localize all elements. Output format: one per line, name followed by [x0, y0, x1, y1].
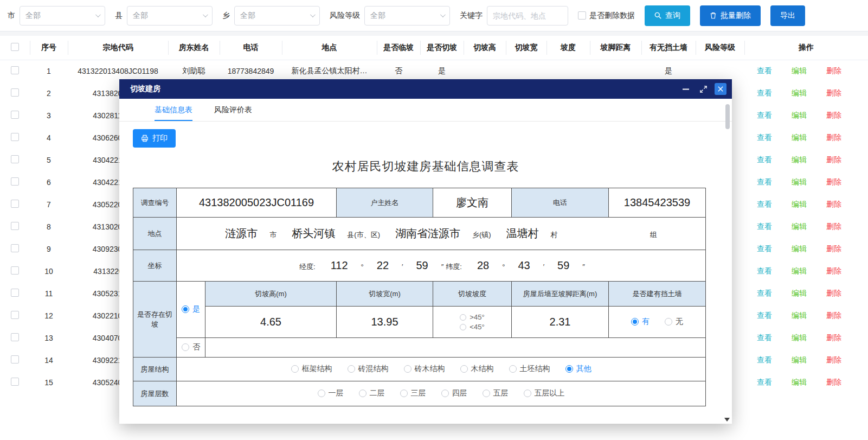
minimize-button[interactable] — [680, 83, 692, 95]
view-link[interactable]: 查看 — [757, 355, 772, 365]
longitude-degrees[interactable]: 112 — [331, 259, 348, 271]
longitude-minutes[interactable]: 22 — [377, 259, 389, 271]
row-checkbox[interactable] — [11, 88, 19, 97]
location-value[interactable]: 涟源市 — [225, 226, 258, 241]
township-select[interactable]: 全部 — [234, 6, 320, 25]
latitude-degrees[interactable]: 28 — [477, 259, 489, 271]
edit-link[interactable]: 编辑 — [792, 88, 807, 98]
row-checkbox[interactable] — [11, 244, 19, 252]
delete-link[interactable]: 删除 — [826, 133, 841, 143]
row-checkbox[interactable] — [11, 177, 19, 186]
print-button[interactable]: 打印 — [133, 129, 176, 148]
row-checkbox[interactable] — [11, 155, 19, 163]
edit-link[interactable]: 编辑 — [792, 222, 807, 232]
structure-option[interactable]: 框架结构 — [291, 364, 332, 374]
structure-option[interactable]: 其他 — [565, 364, 591, 374]
city-select[interactable]: 全部 — [20, 6, 105, 25]
structure-option[interactable]: 砖木结构 — [404, 364, 445, 374]
row-checkbox[interactable] — [11, 66, 19, 74]
maximize-button[interactable] — [697, 83, 709, 95]
edit-link[interactable]: 编辑 — [792, 378, 807, 387]
location-value[interactable]: 湖南省涟源市 — [395, 226, 460, 241]
delete-link[interactable]: 删除 — [826, 311, 841, 321]
structure-option[interactable]: 土坯结构 — [509, 364, 550, 374]
export-button[interactable]: 导出 — [770, 5, 805, 26]
view-link[interactable]: 查看 — [757, 200, 772, 209]
delete-link[interactable]: 删除 — [826, 333, 841, 343]
delete-link[interactable]: 删除 — [826, 378, 841, 387]
query-button[interactable]: 查询 — [645, 5, 690, 26]
floors-option[interactable]: 四层 — [441, 388, 467, 398]
view-link[interactable]: 查看 — [757, 244, 772, 254]
edit-link[interactable]: 编辑 — [792, 289, 807, 298]
checkbox-icon[interactable] — [578, 11, 586, 20]
floors-option[interactable]: 一层 — [318, 388, 344, 398]
row-checkbox[interactable] — [11, 378, 19, 386]
modal-scrollbar[interactable] — [725, 100, 730, 415]
view-link[interactable]: 查看 — [757, 66, 772, 76]
delete-link[interactable]: 删除 — [826, 111, 841, 120]
edit-link[interactable]: 编辑 — [792, 355, 807, 365]
delete-link[interactable]: 删除 — [826, 200, 841, 209]
select-all-checkbox[interactable] — [11, 43, 19, 51]
risk-level-select[interactable]: 全部 — [364, 6, 450, 25]
floors-option[interactable]: 五层以上 — [524, 388, 565, 398]
delete-link[interactable]: 删除 — [826, 155, 841, 165]
view-link[interactable]: 查看 — [757, 311, 772, 321]
row-checkbox[interactable] — [11, 333, 19, 341]
edit-link[interactable]: 编辑 — [792, 200, 807, 209]
modal-header[interactable]: 切坡建房 — [119, 79, 732, 99]
keyword-input[interactable] — [487, 6, 568, 25]
view-link[interactable]: 查看 — [757, 155, 772, 165]
owner-name-value[interactable]: 廖文南 — [433, 188, 512, 218]
delete-link[interactable]: 删除 — [826, 66, 841, 76]
structure-option[interactable]: 木结构 — [460, 364, 494, 374]
edit-link[interactable]: 编辑 — [792, 177, 807, 187]
edit-link[interactable]: 编辑 — [792, 244, 807, 254]
view-link[interactable]: 查看 — [757, 266, 772, 276]
location-value[interactable]: 桥头河镇 — [292, 226, 335, 241]
row-checkbox[interactable] — [11, 200, 19, 208]
slope-option[interactable]: <45° — [460, 323, 484, 331]
floors-option[interactable]: 二层 — [359, 388, 385, 398]
batch-delete-button[interactable]: 批量删除 — [700, 5, 761, 26]
edit-link[interactable]: 编辑 — [792, 66, 807, 76]
view-link[interactable]: 查看 — [757, 177, 772, 187]
structure-option[interactable]: 砖混结构 — [348, 364, 389, 374]
delete-link[interactable]: 删除 — [826, 177, 841, 187]
cut-width-value[interactable]: 13.95 — [337, 307, 433, 338]
delete-link[interactable]: 删除 — [826, 88, 841, 98]
survey-no-value[interactable]: 431382005023JC01169 — [177, 188, 337, 218]
cut-slope-yes-option[interactable]: 是 — [182, 304, 200, 314]
row-checkbox[interactable] — [11, 355, 19, 364]
toe-distance-value[interactable]: 2.31 — [512, 307, 609, 338]
row-checkbox[interactable] — [11, 133, 19, 141]
row-checkbox[interactable] — [11, 311, 19, 319]
close-button[interactable] — [715, 83, 726, 95]
delete-link[interactable]: 删除 — [826, 266, 841, 276]
view-link[interactable]: 查看 — [757, 378, 772, 387]
wall-option[interactable]: 无 — [665, 317, 683, 327]
location-value[interactable]: 温塘村 — [506, 226, 539, 241]
view-link[interactable]: 查看 — [757, 289, 772, 298]
edit-link[interactable]: 编辑 — [792, 155, 807, 165]
cut-height-value[interactable]: 4.65 — [205, 307, 337, 338]
view-link[interactable]: 查看 — [757, 222, 772, 232]
delete-link[interactable]: 删除 — [826, 244, 841, 254]
row-checkbox[interactable] — [11, 266, 19, 275]
county-select[interactable]: 全部 — [127, 6, 213, 25]
delete-data-toggle[interactable]: 是否删除数据 — [578, 11, 635, 21]
scrollbar-thumb[interactable] — [725, 104, 730, 129]
latitude-seconds[interactable]: 59 — [557, 259, 569, 271]
longitude-seconds[interactable]: 59 — [416, 259, 428, 271]
wall-option[interactable]: 有 — [631, 317, 650, 327]
row-checkbox[interactable] — [11, 222, 19, 230]
edit-link[interactable]: 编辑 — [792, 311, 807, 321]
row-checkbox[interactable] — [11, 111, 19, 119]
delete-link[interactable]: 删除 — [826, 289, 841, 298]
view-link[interactable]: 查看 — [757, 133, 772, 143]
floors-option[interactable]: 五层 — [483, 388, 509, 398]
latitude-minutes[interactable]: 43 — [518, 259, 530, 271]
row-checkbox[interactable] — [11, 289, 19, 297]
delete-link[interactable]: 删除 — [826, 222, 841, 232]
